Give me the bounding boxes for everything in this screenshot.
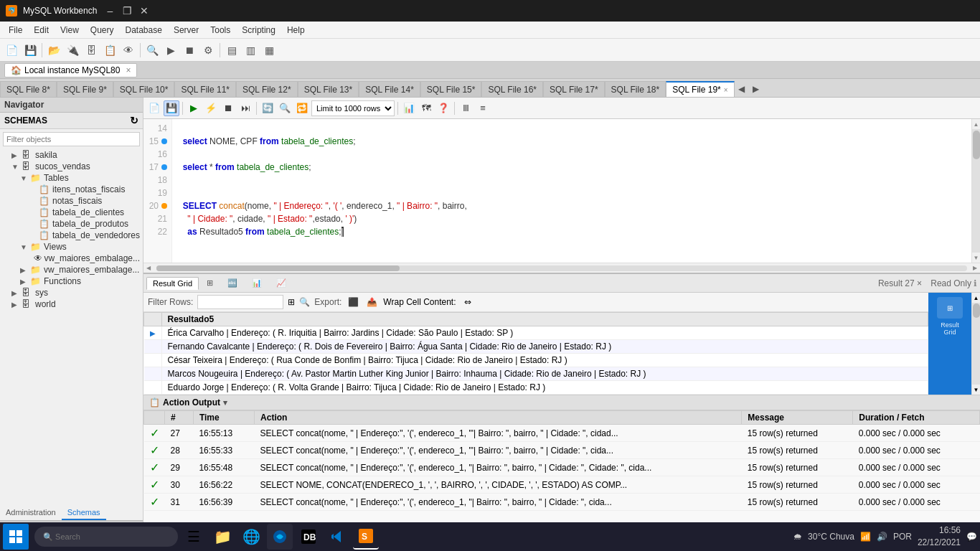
execute-button[interactable]: ▶ xyxy=(162,42,179,59)
result-vscroll[interactable]: ▲ ▼ xyxy=(971,293,980,395)
tab-sql-file-13[interactable]: SQL File 13* xyxy=(298,81,359,97)
view-vw-maiores[interactable]: 👁 vw_maiores_embalage... xyxy=(0,253,143,264)
result-cell[interactable]: Érica Carvalho | Endereço: ( R. Iriquiti… xyxy=(161,326,928,340)
table-tabela-de-clientes[interactable]: 📋 tabela_de_clientes xyxy=(0,207,143,218)
menu-database[interactable]: Database xyxy=(120,24,168,37)
result-row[interactable]: Marcos Nougeuira | Endereço: ( Av. Pasto… xyxy=(144,367,928,381)
result-scroll-up[interactable]: ▲ xyxy=(972,293,980,303)
find-replace-btn[interactable]: 🔁 xyxy=(294,100,310,116)
code-editor[interactable]: 14 15 16 17 18 19 20 21 22 select NOME, … xyxy=(143,119,980,263)
tab-execution-plan[interactable]: 📈 xyxy=(270,276,293,290)
filter-btn[interactable]: 🔍 xyxy=(299,297,310,307)
speaker-icon[interactable]: 🔊 xyxy=(877,532,887,542)
administration-tab[interactable]: Administration xyxy=(0,506,62,520)
menu-server[interactable]: Server xyxy=(168,24,204,37)
output-col-action[interactable]: Action xyxy=(255,411,742,425)
folder-stored-procedures[interactable]: ▶ 📁 vw_maiores_embalage... xyxy=(0,264,143,276)
network-icon[interactable]: 📶 xyxy=(860,532,871,542)
settings-button[interactable]: ⚙ xyxy=(199,42,217,59)
tab-sql-file-10[interactable]: SQL File 10* xyxy=(113,81,175,97)
layout-btn-2[interactable]: ▥ xyxy=(242,42,259,59)
tab-sql-file-9[interactable]: SQL File 9* xyxy=(57,81,113,97)
table-tabela-de-vendedores[interactable]: 📋 tabela_de_vendedores xyxy=(0,230,143,241)
taskbar-chrome[interactable]: 🌐 xyxy=(238,524,264,550)
export-btn[interactable]: ⬛ xyxy=(346,295,360,309)
result-scroll-down[interactable]: ▼ xyxy=(972,385,980,395)
taskbar-mysql-workbench[interactable]: S xyxy=(353,524,379,550)
scroll-up-btn[interactable]: ▲ xyxy=(972,119,980,129)
export-icon[interactable]: 📤 xyxy=(364,295,379,309)
output-row[interactable]: ✓2816:55:33SELECT concat(nome, " | Ender… xyxy=(144,442,980,459)
output-col-num[interactable]: # xyxy=(165,411,194,425)
result-cell[interactable]: Marcos Nougeuira | Endereço: ( Av. Pasto… xyxy=(161,367,928,381)
maximize-button[interactable]: ❐ xyxy=(120,4,134,18)
view-button[interactable]: 👁 xyxy=(120,42,137,59)
tab-sql-file-15[interactable]: SQL File 15* xyxy=(420,81,482,97)
output-row[interactable]: ✓2916:55:48SELECT concat(nome, " | Ender… xyxy=(144,459,980,476)
output-row[interactable]: ✓2716:55:13SELECT concat(nome, " | Ender… xyxy=(144,425,980,442)
minimize-button[interactable]: – xyxy=(103,4,117,18)
tab-sql-file-8[interactable]: SQL File 8* xyxy=(0,81,57,97)
editor-vertical-scrollbar[interactable]: ▲ ▼ xyxy=(971,119,980,263)
new-sql-btn[interactable]: 📄 xyxy=(146,100,162,116)
taskbar-vscode[interactable] xyxy=(324,524,350,550)
tab-field-types[interactable]: 🔤 xyxy=(221,276,244,290)
filter-rows-input[interactable] xyxy=(197,295,283,309)
instance-tab-close[interactable]: × xyxy=(126,65,131,75)
menu-file[interactable]: File xyxy=(3,24,28,37)
tab-sql-file-17[interactable]: SQL File 17* xyxy=(543,81,605,97)
table-tabela-de-produtos[interactable]: 📋 tabela_de_produtos xyxy=(0,218,143,230)
schema-sucos-vendas[interactable]: ▼ 🗄 sucos_vendas xyxy=(0,161,143,172)
output-dropdown[interactable]: ▾ xyxy=(223,398,227,408)
output-col-duration[interactable]: Duration / Fetch xyxy=(853,411,980,425)
tab-form-editor[interactable]: ⊞ xyxy=(200,276,220,290)
result-cell[interactable]: Fernando Cavalcante | Endereço: ( R. Doi… xyxy=(161,340,928,354)
scroll-down-btn[interactable]: ▼ xyxy=(972,253,980,263)
format-btn[interactable]: Ⅲ xyxy=(458,100,473,116)
code-content[interactable]: select NOME, CPF from tabela_de_clientes… xyxy=(172,119,971,263)
taskbar-app-4[interactable] xyxy=(267,524,293,550)
table-notas-fiscais[interactable]: 📋 notas_fiscais xyxy=(0,195,143,207)
tab-sql-file-12[interactable]: SQL File 12* xyxy=(236,81,298,97)
new-file-button[interactable]: 📄 xyxy=(3,42,20,59)
output-col-time[interactable]: Time xyxy=(193,411,254,425)
horizontal-scrollbar[interactable]: ◀ ▶ xyxy=(143,263,980,273)
wrap-icon[interactable]: ⇔ xyxy=(461,295,475,309)
menu-tools[interactable]: Tools xyxy=(204,24,236,37)
filter-icon[interactable]: ⊞ xyxy=(288,297,295,307)
connect-button[interactable]: 🔌 xyxy=(64,42,81,59)
schema-sakila[interactable]: ▶ 🗄 sakila xyxy=(0,149,143,161)
stop-sql-btn[interactable]: ⏹ xyxy=(220,100,236,116)
tab-nav-left[interactable]: ◀ xyxy=(735,81,749,97)
start-button[interactable] xyxy=(3,524,29,550)
notification-icon[interactable]: 💬 xyxy=(966,532,977,542)
output-col-message[interactable]: Message xyxy=(742,411,853,425)
toggle-btn[interactable]: 🔄 xyxy=(260,100,275,116)
tab-nav-right[interactable]: ▶ xyxy=(749,81,763,97)
layout-btn-1[interactable]: ▤ xyxy=(223,42,240,59)
tab-sql-file-14[interactable]: SQL File 14* xyxy=(359,81,420,97)
limit-rows-select[interactable]: Limit to 1000 rows No Limit Limit to 10 … xyxy=(311,100,395,116)
execute-sql-btn[interactable]: ▶ xyxy=(186,100,202,116)
result-grid-icon[interactable]: ⊞ xyxy=(937,297,963,319)
instance-tab[interactable]: 🏠 Local instance MySQL80 × xyxy=(4,63,137,77)
folder-tables[interactable]: ▼ 📁 Tables xyxy=(0,172,143,184)
folder-functions[interactable]: ▶ 📁 Functions xyxy=(0,276,143,287)
result-row[interactable]: César Teixeira | Endereço: ( Rua Conde d… xyxy=(144,354,928,367)
output-row[interactable]: ✓3016:56:22SELECT NOME, CONCAT(ENDERECO_… xyxy=(144,476,980,494)
folder-views[interactable]: ▼ 📁 Views xyxy=(0,241,143,253)
schema-sys[interactable]: ▶ 🗄 sys xyxy=(0,287,143,298)
save-sql-btn[interactable]: 💾 xyxy=(164,100,179,116)
schemas-tab[interactable]: Schemas xyxy=(62,506,106,520)
execute-current-btn[interactable]: ⚡ xyxy=(203,100,219,116)
schemas-refresh-icon[interactable]: ↻ xyxy=(130,115,138,126)
tab-result-grid[interactable]: Result Grid xyxy=(146,277,199,290)
find-btn[interactable]: 🔍 xyxy=(277,100,293,116)
menu-view[interactable]: View xyxy=(55,24,85,37)
save-button[interactable]: 💾 xyxy=(22,42,39,59)
menu-scripting[interactable]: Scripting xyxy=(236,24,281,37)
skip-btn[interactable]: ⏭ xyxy=(237,100,253,116)
table-itens-notas-fiscais[interactable]: 📋 itens_notas_fiscais xyxy=(0,184,143,195)
tab-close-19[interactable]: × xyxy=(724,86,728,94)
visual-explain-btn[interactable]: 🗺 xyxy=(418,100,434,116)
